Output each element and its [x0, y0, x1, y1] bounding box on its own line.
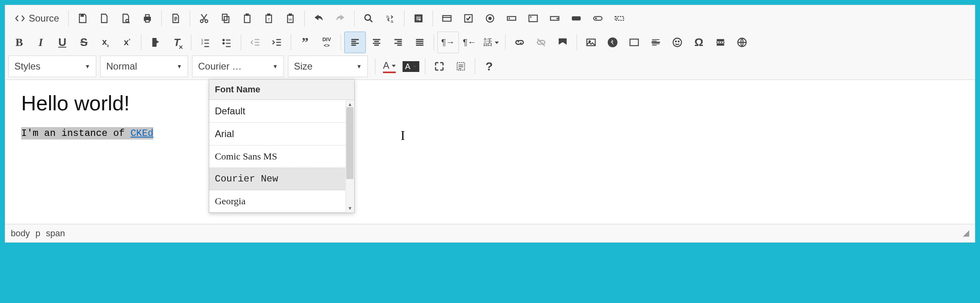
numbered-list-button[interactable]: 12: [194, 32, 216, 53]
source-button[interactable]: Source: [8, 8, 65, 29]
imagebutton-button[interactable]: [587, 8, 609, 29]
flash-button[interactable]: [602, 32, 623, 53]
svg-point-35: [223, 39, 225, 41]
bg-color-button[interactable]: A: [400, 56, 422, 77]
font-label: Courier …: [198, 61, 242, 72]
separator: [191, 34, 191, 50]
scroll-down-icon[interactable]: ▼: [348, 204, 353, 213]
statusbar: bodypspan: [5, 224, 975, 242]
form-button[interactable]: [436, 8, 458, 29]
svg-point-31: [595, 18, 597, 19]
bold-button[interactable]: B: [8, 32, 30, 53]
source-label: Source: [29, 13, 59, 24]
font-option[interactable]: Georgia: [209, 190, 354, 213]
resize-handle[interactable]: [963, 230, 969, 237]
separator: [505, 34, 506, 50]
font-option[interactable]: Courier New: [209, 168, 354, 190]
table-button[interactable]: [623, 32, 645, 53]
copy-formatting-button[interactable]: [145, 32, 166, 53]
underline-button[interactable]: U: [52, 32, 73, 53]
outdent-button[interactable]: [244, 32, 266, 53]
textfield-button[interactable]: [501, 8, 522, 29]
path-segment[interactable]: p: [36, 228, 40, 238]
font-combo[interactable]: Courier … ▼: [192, 56, 284, 77]
preview-button[interactable]: [115, 8, 137, 29]
size-combo[interactable]: Size ▼: [288, 56, 368, 77]
about-button[interactable]: ?: [478, 56, 500, 77]
replace-button[interactable]: ba: [379, 8, 401, 29]
font-option[interactable]: Default: [209, 100, 354, 123]
checkbox-button[interactable]: [458, 8, 479, 29]
separator: [161, 10, 162, 26]
strike-button[interactable]: S: [73, 32, 95, 53]
show-blocks-button[interactable]: [450, 56, 472, 77]
paste-word-button[interactable]: W: [280, 8, 301, 29]
blockquote-button[interactable]: ”: [294, 32, 316, 53]
link-button[interactable]: [509, 32, 530, 53]
iframe-button[interactable]: [731, 32, 753, 53]
redo-button[interactable]: [329, 8, 351, 29]
unlink-button[interactable]: [530, 32, 552, 53]
font-option[interactable]: Arial: [209, 123, 354, 146]
editor-content[interactable]: Hello world! I'm an instance of CKEd I F…: [5, 80, 975, 224]
format-combo[interactable]: Normal ▼: [100, 56, 188, 77]
language-button[interactable]: 話: [480, 32, 502, 53]
textarea-button[interactable]: [522, 8, 544, 29]
align-right-button[interactable]: [387, 32, 409, 53]
align-center-button[interactable]: [366, 32, 387, 53]
styles-combo[interactable]: Styles ▼: [8, 56, 96, 77]
separator: [241, 34, 241, 50]
superscript-button[interactable]: x²: [116, 32, 138, 53]
horizontal-rule-button[interactable]: [645, 32, 667, 53]
align-justify-button[interactable]: [409, 32, 430, 53]
svg-point-17: [365, 15, 371, 20]
italic-button[interactable]: I: [30, 32, 52, 53]
find-button[interactable]: [358, 8, 379, 29]
bidi-rtl-button[interactable]: ¶←: [459, 32, 480, 53]
align-left-button[interactable]: [344, 32, 366, 53]
copy-button[interactable]: [215, 8, 236, 29]
path-segment[interactable]: body: [11, 228, 30, 238]
scrollbar[interactable]: ▲ ▼: [345, 100, 354, 213]
smiley-button[interactable]: [667, 32, 688, 53]
paste-text-button[interactable]: T: [258, 8, 280, 29]
special-char-button[interactable]: Ω: [688, 32, 710, 53]
svg-point-42: [675, 41, 677, 42]
subscript-button[interactable]: x₂: [95, 32, 116, 53]
font-option[interactable]: Comic Sans MS: [209, 146, 354, 168]
path-segment[interactable]: span: [46, 228, 65, 238]
print-button[interactable]: [137, 8, 158, 29]
bulleted-list-button[interactable]: [216, 32, 238, 53]
undo-button[interactable]: [308, 8, 329, 29]
create-div-button[interactable]: DIV<>: [316, 32, 337, 53]
svg-rect-30: [594, 16, 602, 20]
separator: [577, 34, 577, 50]
select-button[interactable]: [544, 8, 565, 29]
separator: [291, 34, 291, 50]
indent-button[interactable]: [266, 32, 288, 53]
image-button[interactable]: [580, 32, 602, 53]
bidi-ltr-button[interactable]: ¶→: [437, 32, 459, 53]
link[interactable]: CKEd: [131, 128, 154, 139]
page-break-button[interactable]: [710, 32, 731, 53]
svg-text:2: 2: [201, 41, 203, 45]
remove-format-button[interactable]: T✕: [166, 32, 188, 53]
cut-button[interactable]: [193, 8, 215, 29]
quote-icon: ”: [302, 35, 309, 50]
button-button[interactable]: [565, 8, 587, 29]
save-button[interactable]: [72, 8, 93, 29]
select-all-button[interactable]: [408, 8, 429, 29]
radio-button[interactable]: [479, 8, 501, 29]
anchor-button[interactable]: [552, 32, 573, 53]
svg-rect-4: [145, 20, 149, 22]
text-color-button[interactable]: A: [379, 56, 400, 77]
templates-button[interactable]: [165, 8, 186, 29]
scroll-thumb[interactable]: [346, 107, 353, 179]
new-page-button[interactable]: [93, 8, 115, 29]
hiddenfield-button[interactable]: [609, 8, 630, 29]
maximize-button[interactable]: [429, 56, 450, 77]
paragraph: I'm an instance of CKEd: [21, 128, 959, 139]
paste-button[interactable]: [236, 8, 258, 29]
size-label: Size: [294, 61, 313, 72]
text-cursor-icon: I: [401, 128, 405, 143]
